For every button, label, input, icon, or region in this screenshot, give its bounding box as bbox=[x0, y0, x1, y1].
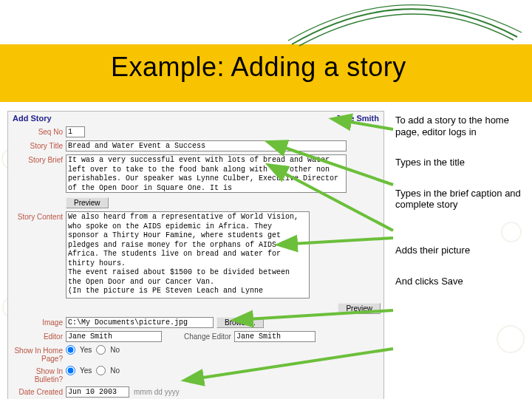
current-user: Jane Smith bbox=[335, 114, 379, 123]
label-show-home: Show In Home Page? bbox=[11, 345, 63, 363]
title-band: Example: Adding a story bbox=[0, 44, 532, 102]
note-save: And clicks Save bbox=[395, 276, 525, 287]
editor-input[interactable] bbox=[66, 331, 162, 342]
note-brief: Types in the brief caption and complete … bbox=[395, 188, 525, 211]
label-story-content: Story Content bbox=[11, 211, 63, 221]
label-seq-no: Seq No bbox=[11, 126, 63, 136]
radio-no-label-2: No bbox=[110, 366, 120, 375]
image-path-input[interactable] bbox=[66, 317, 214, 328]
show-home-yes-radio[interactable] bbox=[66, 345, 75, 355]
note-picture: Adds their picture bbox=[395, 245, 525, 256]
label-change-editor: Change Editor bbox=[184, 332, 231, 341]
form-heading: Add Story bbox=[13, 114, 52, 123]
note-login: To add a story to the home page, editor … bbox=[395, 115, 525, 137]
story-title-input[interactable] bbox=[66, 140, 347, 151]
show-bulletin-no-radio[interactable] bbox=[96, 366, 106, 375]
form-screenshot: Add Story Jane Smith Seq No Story Title … bbox=[7, 111, 384, 392]
change-editor-input[interactable] bbox=[234, 331, 316, 342]
label-story-title: Story Title bbox=[11, 140, 63, 150]
swoosh-ornament bbox=[288, 0, 525, 52]
label-story-brief: Story Brief bbox=[11, 154, 63, 164]
slide-title: Example: Adding a story bbox=[111, 52, 406, 83]
story-brief-input[interactable]: It was a very successful event with lots… bbox=[66, 154, 347, 193]
preview-content-button[interactable]: Preview bbox=[338, 303, 381, 314]
label-image: Image bbox=[11, 317, 63, 327]
note-title: Types in the title bbox=[395, 157, 525, 168]
seq-no-input[interactable] bbox=[66, 126, 85, 137]
story-content-input[interactable]: We also heard from a representative of W… bbox=[66, 211, 310, 299]
preview-brief-button[interactable]: Preview bbox=[66, 197, 109, 208]
label-show-bulletin: Show In Bulletin? bbox=[11, 366, 63, 383]
date-created-input[interactable] bbox=[66, 386, 129, 398]
label-editor: Editor bbox=[11, 331, 63, 341]
radio-no-label: No bbox=[110, 346, 120, 354]
radio-yes-label: Yes bbox=[80, 346, 92, 354]
label-date-created: Date Created bbox=[11, 386, 63, 396]
show-home-no-radio[interactable] bbox=[96, 345, 106, 355]
instruction-notes: To add a story to the home page, editor … bbox=[395, 115, 525, 306]
radio-yes-label-2: Yes bbox=[80, 366, 92, 375]
browse-button[interactable]: Browse... bbox=[216, 317, 264, 328]
date-hint: mmm dd yyyy bbox=[134, 388, 180, 396]
add-story-form: Add Story Jane Smith Seq No Story Title … bbox=[7, 111, 384, 399]
show-bulletin-yes-radio[interactable] bbox=[66, 366, 75, 375]
